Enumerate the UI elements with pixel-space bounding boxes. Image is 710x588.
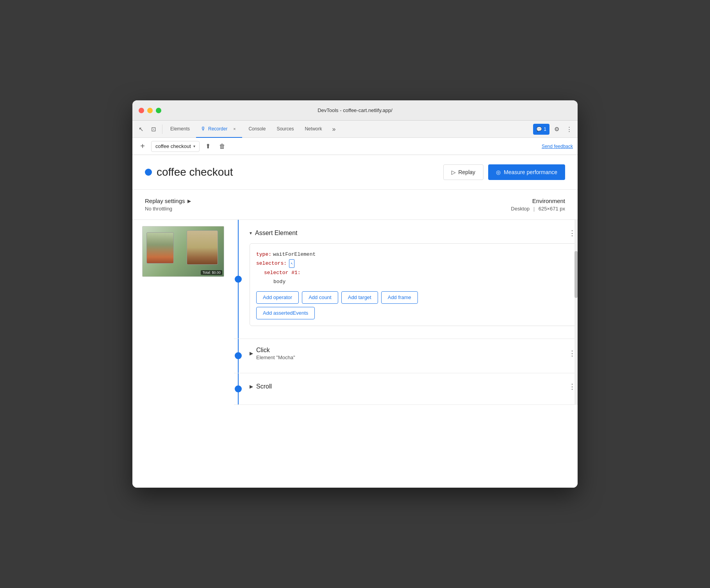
settings-left: Replay settings ▶ No throttling — [145, 198, 511, 212]
recording-selector[interactable]: coffee checkout ▾ — [151, 141, 200, 152]
traffic-lights — [139, 108, 161, 113]
tab-network[interactable]: Network — [300, 121, 326, 138]
step-dot-click — [235, 352, 242, 359]
recording-title: coffee checkout — [157, 166, 439, 178]
recording-header: coffee checkout ▷ Replay ◎ Measure perfo… — [132, 155, 578, 190]
coffee-item-cappuccino — [146, 232, 174, 264]
desktop-label: Desktop — [511, 206, 530, 212]
code-selector-value-line: body — [256, 277, 571, 286]
title-bar: DevTools - coffee-cart.netlify.app/ — [132, 100, 578, 121]
notification-button[interactable]: 💬 1 — [533, 124, 549, 135]
scrollbar[interactable] — [574, 220, 578, 405]
screenshot-thumbnail: Total: $0.00 — [142, 226, 224, 277]
measure-icon: ◎ — [496, 169, 501, 175]
add-operator-button[interactable]: Add operator — [256, 291, 299, 304]
step-title-assert: Assert Element — [255, 230, 567, 237]
code-block-assert: type: waitForElement selectors: ↖ select… — [250, 243, 578, 326]
devtools-panel: ↖ ⊡ Elements 🎙 Recorder × Console Source… — [132, 121, 578, 488]
upload-icon: ⬆ — [205, 143, 211, 150]
replay-button[interactable]: ▷ Replay — [443, 164, 483, 180]
recorder-icon: 🎙 — [201, 126, 206, 132]
chevron-down-icon: ▾ — [193, 144, 195, 148]
screenshot-inner: Total: $0.00 — [143, 226, 224, 276]
settings-right: Environment Desktop | 625×671 px — [511, 198, 565, 212]
delete-button[interactable]: 🗑 — [217, 141, 228, 152]
step-dot-scroll — [235, 385, 242, 392]
cursor-icon: ↖ — [139, 126, 144, 133]
add-asserted-events-button[interactable]: Add assertedEvents — [256, 307, 315, 319]
more-tabs-button[interactable]: » — [330, 126, 338, 133]
trash-icon: 🗑 — [219, 143, 225, 150]
expand-icon-click[interactable]: ▶ — [250, 351, 253, 356]
tab-recorder[interactable]: 🎙 Recorder × — [196, 121, 242, 138]
replay-settings-row[interactable]: Replay settings ▶ — [145, 198, 511, 204]
cursor-tool-button[interactable]: ↖ — [136, 124, 146, 135]
send-feedback-button[interactable]: Send feedback — [542, 144, 573, 149]
throttle-label: No throttling — [145, 206, 511, 212]
chat-icon: 💬 — [536, 127, 542, 132]
inspect-button[interactable]: ⊡ — [148, 124, 159, 135]
recording-status-dot — [145, 169, 152, 176]
scrollbar-thumb[interactable] — [574, 251, 578, 298]
environment-label: Environment — [511, 198, 565, 204]
add-target-button[interactable]: Add target — [341, 291, 378, 304]
step-subtitle-click: Element "Mocha" — [256, 355, 567, 360]
recorder-close-button[interactable]: × — [231, 126, 237, 132]
screenshot-footer: Total: $0.00 — [201, 270, 222, 275]
coffee-item-mocha — [187, 230, 218, 265]
timeline-area: ▾ Assert Element ⋮ type: waitForElement … — [234, 220, 578, 405]
add-recording-button[interactable]: + — [137, 141, 148, 152]
gear-icon: ⚙ — [554, 126, 559, 133]
maximize-button[interactable] — [156, 108, 161, 113]
measure-performance-button[interactable]: ◎ Measure performance — [488, 164, 565, 180]
minimize-button[interactable] — [147, 108, 153, 113]
add-count-button[interactable]: Add count — [302, 291, 338, 304]
screenshot-panel: Total: $0.00 — [132, 220, 234, 405]
click-step: ▶ Click Element "Mocha" ⋮ — [234, 339, 578, 373]
action-buttons: Add operator Add count Add target Add fr… — [256, 291, 571, 304]
step-dot-assert — [235, 276, 242, 283]
scroll-step: ▶ Scroll ⋮ — [234, 373, 578, 405]
code-selector-num-line: selector #1: — [256, 268, 571, 277]
settings-bar: Replay settings ▶ No throttling Environm… — [132, 190, 578, 220]
code-type-line: type: waitForElement — [256, 250, 571, 259]
kebab-icon: ⋮ — [566, 126, 572, 133]
recording-name: coffee checkout — [155, 143, 191, 149]
add-frame-button[interactable]: Add frame — [381, 291, 418, 304]
assert-element-step: ▾ Assert Element ⋮ type: waitForElement … — [234, 220, 578, 339]
step-title-scroll: Scroll — [256, 383, 567, 390]
main-toolbar: ↖ ⊡ Elements 🎙 Recorder × Console Source… — [132, 121, 578, 138]
tab-console[interactable]: Console — [244, 121, 270, 138]
expand-icon-scroll[interactable]: ▶ — [250, 384, 253, 389]
customize-button[interactable]: ⋮ — [564, 124, 574, 135]
main-content: coffee checkout ▷ Replay ◎ Measure perfo… — [132, 155, 578, 488]
environment-details: Desktop | 625×671 px — [511, 206, 565, 212]
resolution-label: 625×671 px — [539, 206, 565, 212]
replay-settings-label: Replay settings — [145, 198, 185, 204]
export-button[interactable]: ⬆ — [203, 141, 214, 152]
window-title: DevTools - coffee-cart.netlify.app/ — [318, 107, 392, 113]
step-header-assert: ▾ Assert Element ⋮ — [250, 228, 578, 239]
selector-picker-icon[interactable]: ↖ — [289, 259, 294, 268]
layers-icon: ⊡ — [151, 126, 156, 133]
toolbar-divider — [162, 125, 162, 134]
devtools-window: DevTools - coffee-cart.netlify.app/ ↖ ⊡ … — [132, 100, 578, 488]
code-selectors-line: selectors: ↖ — [256, 259, 571, 268]
steps-area: Total: $0.00 ▾ Assert Element ⋮ — [132, 220, 578, 405]
play-icon: ▷ — [451, 169, 456, 175]
secondary-toolbar: + coffee checkout ▾ ⬆ 🗑 Send feedback — [132, 138, 578, 155]
step-header-click: ▶ Click Element "Mocha" ⋮ — [250, 347, 578, 360]
toolbar-right: 💬 1 ⚙ ⋮ — [533, 124, 574, 135]
arrow-right-icon: ▶ — [187, 198, 191, 204]
tab-sources[interactable]: Sources — [272, 121, 298, 138]
collapse-icon[interactable]: ▾ — [250, 230, 252, 236]
tab-elements[interactable]: Elements — [166, 121, 194, 138]
settings-button[interactable]: ⚙ — [551, 124, 562, 135]
action-buttons-row2: Add assertedEvents — [256, 307, 571, 319]
step-title-click: Click — [256, 347, 567, 354]
close-button[interactable] — [139, 108, 144, 113]
step-header-scroll: ▶ Scroll ⋮ — [250, 381, 578, 392]
